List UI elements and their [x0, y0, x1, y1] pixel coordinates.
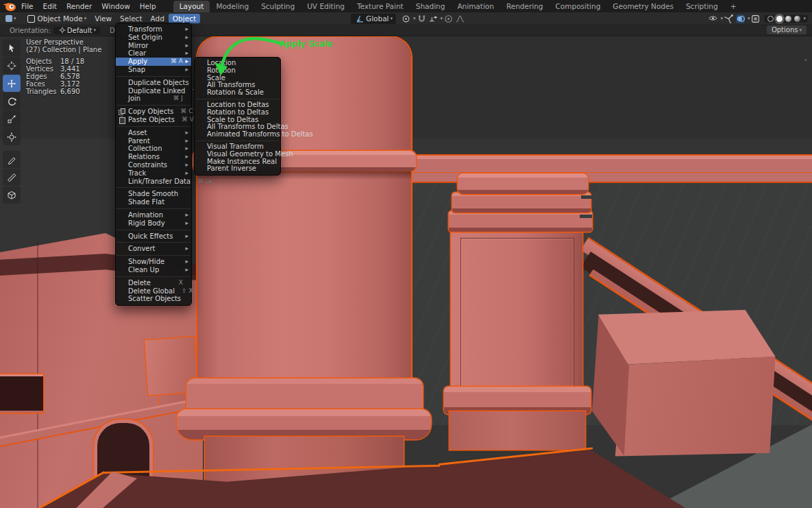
menu-item[interactable]: Rotation & Scale [195, 89, 280, 97]
shading-rendered-icon[interactable] [794, 16, 800, 22]
viewport-editor-icon [5, 15, 12, 22]
workspace-tab[interactable]: Shading [410, 1, 452, 12]
submenu-arrow-icon: ▸ [183, 169, 188, 178]
menu-item[interactable]: Parent Inverse [195, 165, 280, 173]
gizmos-toggle-icon[interactable] [724, 14, 733, 23]
menu-item[interactable]: Transform ▸ [116, 25, 191, 34]
menu-item[interactable]: Delete X [116, 279, 191, 287]
mesh-dresser-slab1[interactable] [458, 173, 588, 194]
menu-item[interactable]: Animation ▸ [116, 211, 191, 219]
topbar-menu[interactable]: Help [135, 1, 161, 11]
submenu-arrow-icon: ▸ [183, 245, 188, 253]
menu-item[interactable]: Copy Objects ⌘ C [116, 108, 191, 116]
mode-selector[interactable]: Object Mode ▾ [19, 14, 91, 23]
mesh-dresser-skirt[interactable] [444, 387, 591, 414]
viewport-menu[interactable]: View [90, 14, 116, 23]
workspace-tab[interactable]: Geometry Nodes [606, 1, 680, 12]
workspace-tab[interactable]: UV Editing [301, 1, 351, 12]
mesh-dresser-slab3[interactable] [449, 211, 592, 232]
menu-item-label: Animation [128, 211, 163, 219]
menu-item[interactable]: Mirror ▸ [116, 42, 191, 50]
workspace-tab[interactable]: Modeling [210, 1, 255, 12]
visibility-dropdown-icon[interactable] [709, 14, 717, 23]
menu-item[interactable]: Duplicate Objects ⇧ D [116, 79, 191, 87]
mesh-left-window[interactable] [0, 374, 43, 413]
shading-solid-icon[interactable] [776, 16, 783, 22]
menu-item[interactable]: Snap ▸ [116, 66, 191, 74]
tool-tweak-select[interactable] [3, 39, 21, 56]
snap-magnet-icon[interactable] [417, 14, 426, 23]
workspace-tab[interactable]: Compositing [550, 1, 607, 12]
tool-rotate[interactable] [3, 93, 21, 110]
topbar-menu[interactable]: Render [62, 1, 97, 11]
menu-item[interactable]: Animated Transforms to Deltas [195, 131, 280, 138]
viewport-menu[interactable]: Select [116, 14, 146, 23]
proportional-editing-icon[interactable] [444, 14, 453, 23]
viewport-menu-label: View [95, 14, 112, 23]
menu-item[interactable]: Clear ▸ [116, 49, 191, 58]
menu-item[interactable]: Join ⌘ J [116, 95, 191, 103]
menu-item[interactable]: Relations ▸ [116, 153, 191, 161]
shading-material-icon[interactable] [785, 16, 791, 22]
menu-item[interactable]: Track ▸ [116, 169, 191, 178]
xray-toggle-icon[interactable] [751, 14, 760, 23]
editor-type-button[interactable]: ▾ [3, 15, 19, 22]
menu-item[interactable]: Collection ▸ [116, 145, 191, 153]
topbar-menu[interactable]: Edit [38, 1, 62, 11]
menu-item[interactable]: Clean Up ▸ [116, 266, 191, 274]
menu-item[interactable]: Parent ▸ [116, 137, 191, 145]
menu-item[interactable]: Visual Geometry to Mesh [195, 151, 280, 158]
menu-item[interactable]: Asset ▸ [116, 129, 191, 137]
overlays-toggle-icon[interactable] [736, 14, 745, 23]
mesh-chimney-base-bulge[interactable] [177, 409, 431, 439]
workspace-tab[interactable]: + [724, 1, 743, 12]
tool-transform[interactable] [3, 128, 21, 145]
menu-item[interactable]: Quick Effects ▸ [116, 232, 191, 241]
pivot-point-icon[interactable] [402, 14, 410, 23]
menu-item[interactable]: Rigid Body ▸ [116, 219, 191, 228]
options-button[interactable]: Options ▾ [767, 25, 807, 34]
workspace-tab[interactable]: Sculpting [255, 1, 301, 12]
menu-item[interactable]: Show/Hide ▸ [116, 258, 191, 266]
menu-item[interactable]: Paste Objects ⌘ V [116, 116, 191, 124]
submenu-arrow-icon: ▸ [183, 129, 188, 137]
menu-item[interactable]: Rotation to Deltas [195, 109, 280, 117]
menu-item[interactable]: Convert ▸ [116, 245, 191, 253]
tool-annotate[interactable] [3, 151, 21, 168]
viewport-menu[interactable]: Add [147, 14, 169, 23]
workspace-tab[interactable]: Scripting [680, 1, 724, 12]
tool-add-cube[interactable] [3, 186, 21, 204]
transform-orientation-dropdown[interactable]: Global ▾ [351, 14, 396, 24]
workspace-tab[interactable]: Rendering [500, 1, 550, 12]
menu-item[interactable]: Shade Smooth [116, 190, 191, 198]
tool-measure[interactable] [3, 169, 21, 186]
mesh-dresser-slab2[interactable] [452, 193, 591, 213]
menu-item[interactable]: Set Origin ▸ [116, 34, 191, 42]
falloff-curve-icon[interactable] [456, 14, 465, 23]
workspace-tab[interactable]: Animation [451, 1, 500, 12]
submenu-arrow-icon: ▸ [183, 34, 188, 42]
sidebar-toggle-icon[interactable]: ‹ [804, 56, 807, 63]
mesh-dresser-foot[interactable] [450, 411, 585, 450]
menu-item[interactable]: Link/Transfer Data ⌘ L ▸ [116, 178, 191, 186]
tool-cursor[interactable] [3, 57, 21, 74]
snap-target-icon[interactable] [429, 14, 438, 23]
menu-item[interactable]: Constraints ▸ [116, 161, 191, 169]
tool-move[interactable] [3, 75, 21, 92]
shading-wireframe-icon[interactable] [767, 16, 774, 22]
workspace-tab[interactable]: Texture Paint [351, 1, 410, 12]
menu-item[interactable]: Shade Flat [116, 198, 191, 206]
topbar-menu[interactable]: File [16, 1, 38, 11]
menu-item[interactable]: Apply ⌘ A ▸ [116, 58, 191, 66]
menu-item[interactable]: Duplicate Linked ⌥ D [116, 87, 191, 95]
orientation-dropdown[interactable]: Default ▾ [53, 27, 100, 34]
menu-item[interactable]: Scatter Objects [116, 295, 191, 303]
menu-item[interactable]: Delete Global ⇧ X [116, 287, 191, 295]
topbar-menu[interactable]: Window [97, 1, 134, 11]
chevron-down-icon: ▾ [93, 27, 96, 33]
blender-logo-icon[interactable] [3, 1, 16, 11]
tool-scale[interactable] [3, 110, 21, 128]
chevron-down-icon: ▾ [803, 16, 806, 21]
workspace-tab[interactable]: Layout [173, 1, 210, 12]
viewport-menu[interactable]: Object [169, 14, 200, 23]
